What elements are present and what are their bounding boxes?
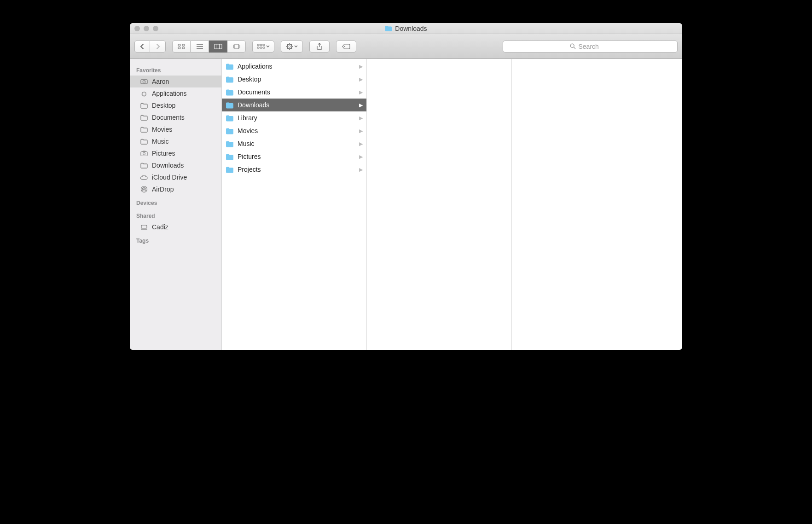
sidebar-item-movies[interactable]: Movies (130, 123, 221, 135)
svg-rect-14 (260, 44, 262, 46)
chevron-down-icon (266, 45, 270, 48)
sidebar-item-music[interactable]: Music (130, 135, 221, 147)
window-title-text: Downloads (395, 25, 427, 32)
list-item-label: Projects (238, 166, 261, 173)
tag-icon (342, 43, 351, 50)
devices-header: Devices (130, 195, 221, 208)
svg-rect-18 (263, 47, 265, 48)
list-item[interactable]: Music ▶ (222, 137, 366, 150)
folder-icon (140, 126, 148, 133)
list-view-button[interactable] (191, 41, 209, 52)
search-icon (570, 43, 576, 49)
column-2[interactable] (367, 59, 512, 350)
svg-point-39 (142, 187, 146, 191)
list-item[interactable]: Documents ▶ (222, 86, 366, 99)
sidebar: Favorites Aaron Applications Desktop Doc (130, 59, 222, 350)
chevron-left-icon (140, 44, 145, 49)
view-buttons (172, 41, 246, 52)
sidebar-item-cadiz[interactable]: Cadiz (130, 221, 221, 233)
sidebar-item-airdrop[interactable]: AirDrop (130, 183, 221, 195)
folder-icon (226, 63, 234, 70)
list-item[interactable]: Library ▶ (222, 111, 366, 124)
forward-button[interactable] (150, 41, 166, 52)
tags-button[interactable] (336, 41, 356, 52)
svg-point-36 (143, 153, 145, 155)
title-bar[interactable]: Downloads (130, 23, 682, 34)
svg-rect-15 (263, 44, 265, 46)
svg-rect-16 (257, 47, 259, 48)
finder-window: Downloads (130, 23, 682, 350)
sidebar-item-downloads[interactable]: Downloads (130, 159, 221, 171)
folder-icon (226, 115, 234, 122)
chevron-right-icon: ▶ (359, 128, 363, 134)
list-item[interactable]: Movies ▶ (222, 124, 366, 137)
column-1[interactable]: Applications ▶ Desktop ▶ Documents ▶ Dow… (222, 59, 367, 350)
chevron-right-icon (156, 44, 160, 49)
cloud-icon (140, 174, 148, 181)
sidebar-item-label: Applications (152, 90, 187, 97)
arrange-button[interactable] (252, 41, 274, 52)
list-item-label: Pictures (238, 153, 261, 160)
list-item-label: Downloads (238, 101, 269, 109)
sidebar-item-documents[interactable]: Documents (130, 111, 221, 123)
column-view-button[interactable] (209, 41, 227, 52)
svg-point-38 (141, 186, 147, 192)
svg-point-29 (344, 46, 345, 47)
back-button[interactable] (134, 41, 150, 52)
list-icon (196, 44, 203, 49)
sidebar-item-aaron[interactable]: Aaron (130, 76, 221, 87)
share-button[interactable] (309, 41, 330, 52)
minimize-button[interactable] (144, 26, 149, 31)
chevron-right-icon: ▶ (359, 154, 363, 160)
folder-icon (226, 166, 234, 173)
svg-line-27 (287, 48, 288, 49)
sidebar-item-icloud[interactable]: iCloud Drive (130, 171, 221, 183)
sidebar-item-applications[interactable]: Applications (130, 87, 221, 99)
search-input[interactable] (579, 43, 611, 50)
svg-rect-2 (178, 47, 180, 49)
chevron-right-icon: ▶ (359, 102, 363, 108)
sidebar-item-label: Aaron (152, 78, 169, 85)
coverflow-icon (232, 44, 241, 49)
camera-icon (140, 150, 148, 157)
icon-view-button[interactable] (172, 41, 191, 52)
folder-icon (226, 102, 234, 109)
svg-line-28 (291, 44, 292, 45)
grid-icon (178, 44, 185, 49)
search-field[interactable] (503, 41, 678, 52)
svg-point-30 (570, 44, 574, 47)
gear-icon (286, 43, 293, 50)
list-item[interactable]: Applications ▶ (222, 60, 366, 73)
list-item[interactable]: Desktop ▶ (222, 73, 366, 86)
folder-icon (226, 89, 234, 96)
sidebar-item-label: Downloads (152, 162, 184, 169)
content-area: Favorites Aaron Applications Desktop Doc (130, 59, 682, 350)
folder-icon (140, 162, 148, 169)
sidebar-item-pictures[interactable]: Pictures (130, 147, 221, 159)
list-item[interactable]: Pictures ▶ (222, 150, 366, 163)
action-button[interactable] (281, 41, 303, 52)
nav-buttons (134, 41, 166, 52)
folder-icon (385, 25, 392, 31)
chevron-right-icon: ▶ (359, 167, 363, 173)
list-item[interactable]: Downloads ▶ (222, 99, 366, 111)
shared-header: Shared (130, 208, 221, 221)
list-item-label: Documents (238, 88, 270, 96)
svg-line-25 (287, 44, 288, 45)
chevron-down-icon (294, 45, 298, 48)
folder-icon (226, 140, 234, 147)
column-3[interactable] (512, 59, 682, 350)
coverflow-view-button[interactable] (227, 41, 246, 52)
favorites-header: Favorites (130, 63, 221, 76)
traffic-lights (130, 26, 158, 31)
folder-icon (140, 138, 148, 145)
zoom-button[interactable] (153, 26, 158, 31)
chevron-right-icon: ▶ (359, 115, 363, 121)
svg-rect-0 (178, 44, 180, 46)
list-item-label: Desktop (238, 76, 261, 83)
list-item[interactable]: Projects ▶ (222, 163, 366, 176)
sidebar-item-desktop[interactable]: Desktop (130, 99, 221, 111)
close-button[interactable] (134, 26, 140, 31)
svg-point-20 (289, 46, 290, 47)
list-item-label: Movies (238, 127, 258, 134)
